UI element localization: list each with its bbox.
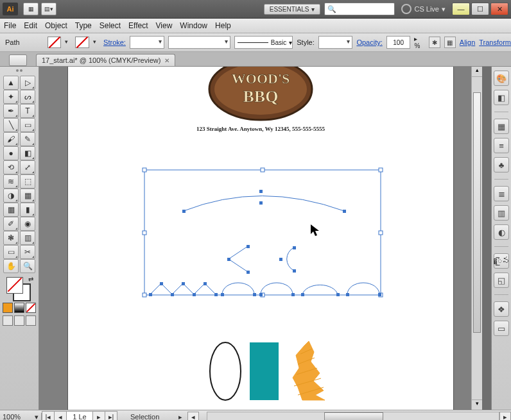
arrange-docs-button[interactable]: ▤▾ — [41, 3, 56, 15]
mesh-tool[interactable]: ▦ — [3, 203, 19, 217]
pen-tool[interactable]: ✒ — [3, 104, 19, 118]
close-button[interactable]: ✕ — [490, 3, 508, 15]
align-link[interactable]: Align — [460, 38, 475, 46]
graphic-styles-panel-icon[interactable]: ◱ — [494, 273, 509, 288]
paintbrush-tool[interactable]: 🖌 — [3, 132, 19, 146]
symbol-sprayer-tool[interactable]: ❃ — [3, 231, 19, 245]
menu-view[interactable]: View — [156, 21, 173, 30]
menu-help[interactable]: Help — [215, 21, 231, 30]
line-tool[interactable]: ╲ — [3, 118, 19, 132]
rotate-tool[interactable]: ⟲ — [3, 160, 19, 174]
transparency-panel-icon[interactable]: ◐ — [494, 224, 509, 240]
menu-file[interactable]: File — [4, 21, 16, 30]
opacity-value[interactable]: 100 — [386, 36, 411, 49]
menu-select[interactable]: Select — [100, 21, 121, 30]
blend-tool[interactable]: ◉ — [20, 217, 35, 231]
search-input[interactable]: 🔍 — [324, 3, 395, 15]
artboard[interactable]: WOOD'S BBQ 123 Straight Ave. Anytown, Wy… — [67, 67, 454, 410]
type-tool[interactable]: T — [20, 104, 35, 118]
align-pref-button[interactable]: ▦ — [444, 37, 456, 48]
artboard-first[interactable]: |◂ — [42, 411, 55, 420]
hscroll-left[interactable]: ◂ — [187, 412, 199, 420]
svg-rect-19 — [293, 269, 296, 273]
horizontal-scrollbar[interactable] — [207, 412, 499, 420]
transform-link[interactable]: Transform — [479, 38, 511, 46]
zoom-tool[interactable]: 🔍 — [20, 259, 35, 273]
stroke-swatch[interactable] — [75, 37, 89, 48]
gradient-panel-icon[interactable]: ▥ — [494, 205, 509, 221]
menu-object[interactable]: Object — [45, 21, 67, 30]
rectangle-tool[interactable]: ▭ — [20, 118, 35, 132]
style-dropdown[interactable] — [318, 36, 353, 49]
appearance-panel-icon[interactable]: �ైన — [494, 253, 509, 269]
hand-tool[interactable]: ✋ — [3, 259, 19, 273]
eraser-tool[interactable]: ◧ — [20, 146, 35, 160]
pencil-tool[interactable]: ✎ — [20, 132, 35, 146]
stroke-weight-dropdown[interactable] — [130, 36, 164, 49]
swap-fill-stroke-icon[interactable]: ⇄ — [28, 276, 33, 283]
fill-stroke-control[interactable]: ⇄ — [6, 277, 32, 300]
graph-tool[interactable]: ▥ — [20, 231, 35, 245]
style-label: Style: — [297, 38, 315, 46]
blob-brush-tool[interactable]: ● — [3, 146, 19, 160]
direct-selection-tool[interactable]: ▷ — [20, 76, 35, 90]
brush-definition-dropdown[interactable]: Basic▾ — [234, 36, 293, 49]
layers-panel-icon[interactable]: ❖ — [494, 301, 509, 317]
minimize-button[interactable]: — — [452, 3, 470, 15]
vertical-scrollbar[interactable]: ▴ ▾ — [471, 67, 482, 410]
stroke-link[interactable]: Stroke: — [103, 38, 126, 46]
swatches-panel-icon[interactable]: ▦ — [494, 119, 509, 134]
artboard-tool[interactable]: ▭ — [3, 245, 19, 259]
free-transform-tool[interactable]: ⬚ — [20, 174, 35, 189]
canvas-viewport[interactable]: WOOD'S BBQ 123 Straight Ave. Anytown, Wy… — [39, 67, 482, 410]
menu-effect[interactable]: Effect — [128, 21, 148, 30]
artboard-next[interactable]: ▸ — [93, 411, 105, 420]
brushes-panel-icon[interactable]: ≡ — [494, 138, 509, 153]
fill-swatch[interactable] — [48, 37, 62, 48]
menu-type[interactable]: Type — [75, 21, 92, 30]
lasso-tool[interactable]: ᔕ — [20, 90, 35, 104]
stroke-panel-icon[interactable]: ≣ — [494, 186, 509, 201]
slice-tool[interactable]: ✂ — [20, 245, 35, 259]
tools-grip[interactable] — [4, 69, 34, 74]
workspace-switcher[interactable]: ESSENTIALS▾ — [264, 4, 321, 15]
draw-normal[interactable] — [3, 315, 13, 326]
draw-behind[interactable] — [14, 315, 24, 326]
maximize-button[interactable]: ☐ — [471, 3, 489, 15]
variable-width-dropdown[interactable] — [168, 36, 230, 49]
menu-window[interactable]: Window — [180, 21, 207, 30]
selection-tool[interactable]: ▲ — [3, 76, 19, 90]
scale-tool[interactable]: ⤢ — [20, 160, 35, 174]
shape-builder-tool[interactable]: ◑ — [3, 189, 19, 203]
symbols-panel-icon[interactable]: ♣ — [494, 157, 509, 172]
tab-arrange-button[interactable] — [9, 55, 27, 66]
magic-wand-tool[interactable]: ✦ — [3, 90, 19, 104]
zoom-dropdown[interactable]: 100%▾ — [0, 413, 42, 421]
recolor-button[interactable]: ✱ — [429, 37, 440, 48]
color-guide-panel-icon[interactable]: ◧ — [494, 90, 509, 105]
perspective-tool[interactable]: ▦ — [20, 189, 35, 203]
color-panel-icon[interactable]: 🎨 — [494, 71, 509, 86]
panel-collapse-gap[interactable] — [482, 67, 491, 410]
color-fill-chip[interactable] — [3, 303, 13, 313]
close-tab-icon[interactable]: ✕ — [164, 57, 169, 64]
artboards-panel-icon[interactable]: ▭ — [494, 321, 509, 336]
gradient-tool[interactable]: ▮ — [20, 203, 35, 217]
width-tool[interactable]: ≋ — [3, 174, 19, 189]
hscroll-right[interactable]: ▸ — [499, 412, 511, 420]
menu-bar: File Edit Object Type Select Effect View… — [0, 19, 511, 33]
artboard-number[interactable]: 1 Le — [67, 411, 93, 420]
cs-live-button[interactable]: CS Live▾ — [401, 4, 446, 14]
artboard-prev[interactable]: ◂ — [55, 411, 67, 420]
none-fill-chip[interactable] — [26, 303, 36, 313]
artboard-last[interactable]: ▸| — [105, 411, 117, 420]
draw-inside[interactable] — [26, 315, 36, 326]
bridge-button[interactable]: ▦ — [23, 3, 39, 15]
document-tab[interactable]: 17_start.ai* @ 100% (CMYK/Preview) ✕ — [36, 54, 175, 66]
fill-box[interactable] — [6, 277, 23, 294]
gradient-fill-chip[interactable] — [14, 303, 24, 313]
menu-edit[interactable]: Edit — [24, 21, 37, 30]
eyedropper-tool[interactable]: ✐ — [3, 217, 19, 231]
opacity-pct-btn[interactable]: ▸ % — [414, 35, 425, 49]
opacity-link[interactable]: Opacity: — [356, 38, 382, 46]
